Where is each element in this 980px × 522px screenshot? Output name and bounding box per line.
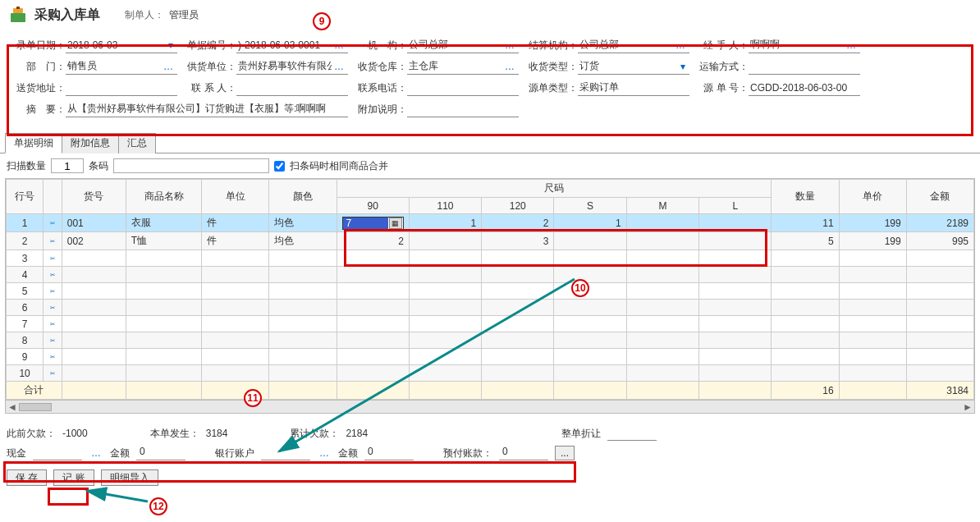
cell[interactable]: 995 <box>906 232 973 250</box>
addr-field[interactable] <box>66 80 177 96</box>
cell[interactable]: 7▦ <box>337 214 409 232</box>
col-unit[interactable]: 单位 <box>202 180 269 214</box>
cell[interactable]: 2189 <box>906 214 973 232</box>
srcno-field[interactable]: CGDD-2018-06-03-00 <box>749 80 860 96</box>
calculator-icon[interactable]: ▦ <box>389 218 402 229</box>
prepay-field[interactable]: 0 <box>499 446 548 460</box>
bank-amount-field[interactable]: 0 <box>364 446 414 460</box>
table-row[interactable]: 8✂ <box>7 332 974 349</box>
ellipsis-icon[interactable]: … <box>89 447 103 459</box>
tab-detail[interactable]: 单据明细 <box>5 133 62 153</box>
cell[interactable]: 均色 <box>269 232 337 250</box>
cell[interactable] <box>699 232 772 250</box>
cell[interactable]: 199 <box>839 232 906 250</box>
cell[interactable]: 件 <box>202 214 269 232</box>
col-rownum[interactable]: 行号 <box>7 180 44 214</box>
col-size-s[interactable]: S <box>554 198 626 214</box>
col-size-m[interactable]: M <box>626 198 698 214</box>
qty-editor[interactable]: 7▦ <box>342 217 404 230</box>
supplier-field[interactable]: 贵州好易事软件有限公… … <box>236 58 348 75</box>
cell[interactable]: 001 <box>62 214 126 232</box>
col-code[interactable]: 货号 <box>62 180 126 214</box>
merge-checkbox[interactable] <box>274 161 285 172</box>
date-field[interactable]: 2018-06-03 ▾ <box>66 37 177 53</box>
col-size-120[interactable]: 120 <box>482 198 554 214</box>
table-row[interactable]: 9✂ <box>7 349 974 365</box>
cell[interactable]: 件 <box>202 232 269 250</box>
cell[interactable]: 2 <box>482 214 554 232</box>
table-row[interactable]: 4✂ <box>7 267 974 283</box>
cell[interactable]: ✂ <box>44 232 62 250</box>
ellipsis-icon[interactable]: … <box>844 39 859 51</box>
srctype-field[interactable]: 采购订单 <box>578 80 689 96</box>
col-amount[interactable]: 金额 <box>906 180 973 214</box>
prepay-browse-button[interactable]: ... <box>555 446 575 460</box>
table-row[interactable]: 1✂001衣服件均色7▦121111992189 <box>7 214 974 232</box>
cell[interactable]: 2 <box>337 232 409 250</box>
table-row[interactable]: 6✂ <box>7 300 974 316</box>
tab-extra[interactable]: 附加信息 <box>62 133 119 153</box>
col-size-90[interactable]: 90 <box>337 198 409 214</box>
contact-field[interactable] <box>236 80 348 96</box>
dept-field[interactable]: 销售员 … <box>66 58 177 75</box>
scroll-thumb[interactable] <box>19 403 52 411</box>
scan-qty-input[interactable] <box>51 158 84 173</box>
cell[interactable]: 199 <box>839 214 906 232</box>
col-color[interactable]: 颜色 <box>269 180 337 214</box>
cell[interactable]: 3 <box>482 232 554 250</box>
scroll-left-icon[interactable]: ◄ <box>6 401 19 413</box>
cell[interactable]: 2 <box>7 232 44 250</box>
table-row[interactable]: 10✂ <box>7 365 974 382</box>
cell[interactable] <box>626 214 698 232</box>
table-row[interactable]: 7✂ <box>7 316 974 332</box>
cell[interactable] <box>409 232 481 250</box>
barcode-input[interactable] <box>113 158 269 173</box>
cell[interactable] <box>554 232 626 250</box>
cell[interactable]: 002 <box>62 232 126 250</box>
ellipsis-icon[interactable]: … <box>502 39 517 51</box>
col-price[interactable]: 单价 <box>839 180 906 214</box>
cell[interactable]: 5 <box>772 232 839 250</box>
post-button[interactable]: 记 账 <box>53 469 94 486</box>
col-size-110[interactable]: 110 <box>409 198 481 214</box>
col-name[interactable]: 商品名称 <box>126 180 201 214</box>
cash-amount-field[interactable]: 0 <box>136 446 185 460</box>
docno-field[interactable]: )-2018-06-03-0001 … <box>236 37 348 53</box>
cell[interactable]: 1 <box>7 214 44 232</box>
summary-field[interactable]: 从【贵州好易事软件有限公司】订货购进【衣服】等:啊啊啊 <box>66 101 348 117</box>
cell[interactable]: 1 <box>554 214 626 232</box>
cell[interactable]: 1 <box>409 214 481 232</box>
ship-field[interactable] <box>749 58 860 75</box>
cell[interactable]: T恤 <box>126 232 201 250</box>
save-button[interactable]: 保 存 <box>7 469 47 486</box>
ellipsis-icon[interactable]: … <box>502 61 517 72</box>
dropdown-caret-icon[interactable]: ▾ <box>678 61 688 72</box>
discount-field[interactable] <box>607 426 657 441</box>
receipt-type-field[interactable]: 订货 ▾ <box>578 58 689 75</box>
ellipsis-icon[interactable]: … <box>161 61 176 72</box>
cell[interactable]: 衣服 <box>126 214 201 232</box>
ellipsis-icon[interactable]: … <box>317 447 332 459</box>
cell[interactable]: 11 <box>772 214 839 232</box>
warehouse-field[interactable]: 主仓库 … <box>407 58 519 75</box>
cell[interactable]: 均色 <box>269 214 337 232</box>
table-row[interactable]: 5✂ <box>7 283 974 300</box>
table-row[interactable]: 3✂ <box>7 250 974 267</box>
cash-account-field[interactable] <box>33 446 82 460</box>
bank-account-field[interactable] <box>261 446 310 460</box>
org-field[interactable]: 公司总部 … <box>407 37 519 53</box>
ellipsis-icon[interactable]: … <box>673 39 688 51</box>
cell[interactable] <box>699 214 772 232</box>
horizontal-scrollbar[interactable]: ◄ ► <box>6 400 974 413</box>
handler-field[interactable]: 啊啊啊 … <box>749 37 860 53</box>
settle-field[interactable]: 公司总部 … <box>578 37 689 53</box>
ellipsis-icon[interactable]: … <box>332 39 346 51</box>
cell[interactable] <box>626 232 698 250</box>
export-button[interactable]: 明细导入 <box>101 469 158 486</box>
scroll-right-icon[interactable]: ► <box>961 401 974 413</box>
attach-field[interactable] <box>407 101 519 117</box>
ellipsis-icon[interactable]: … <box>332 61 346 72</box>
table-row[interactable]: 2✂002T恤件均色235199995 <box>7 232 974 250</box>
tab-summary[interactable]: 汇总 <box>118 133 156 153</box>
col-qty[interactable]: 数量 <box>772 180 839 214</box>
